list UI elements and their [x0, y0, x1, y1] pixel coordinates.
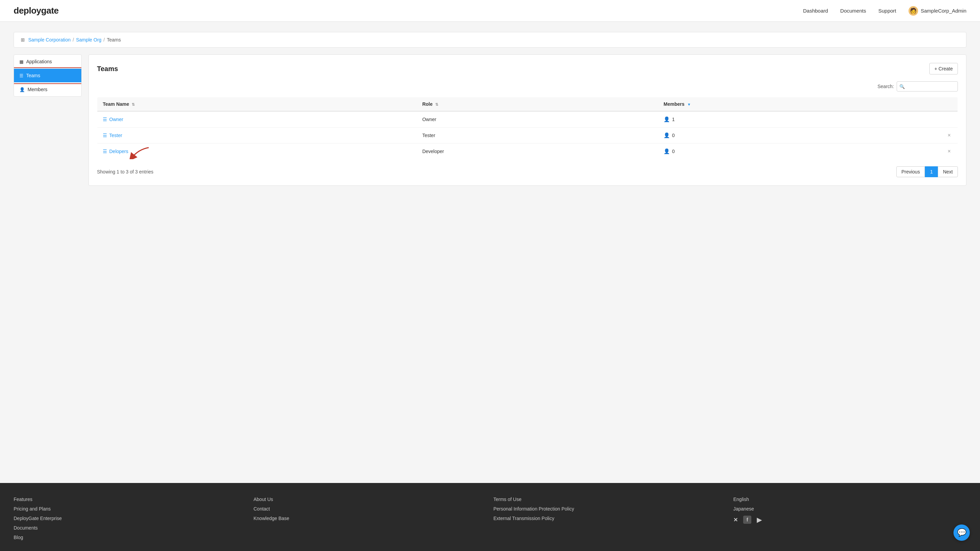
sidebar-item-applications[interactable]: ▦ Applications	[14, 55, 81, 69]
footer-blog[interactable]: Blog	[14, 535, 247, 540]
col-team-name[interactable]: Team Name ⇅	[97, 97, 417, 111]
breadcrumb-current: Teams	[107, 37, 121, 43]
search-label: Search:	[878, 84, 894, 89]
facebook-social-icon[interactable]: f	[743, 516, 751, 524]
sidebar-item-members[interactable]: 👤 Members	[14, 83, 81, 96]
col-team-name-label: Team Name	[103, 102, 129, 107]
role-cell: Developer	[417, 143, 658, 159]
breadcrumb-icon: ⊞	[21, 37, 25, 43]
role-tester-value: Tester	[422, 133, 435, 138]
next-button[interactable]: Next	[938, 166, 958, 177]
create-button[interactable]: + Create	[929, 63, 958, 75]
team-name-cell: ☰ Owner	[97, 111, 417, 127]
page-1-button[interactable]: 1	[925, 166, 938, 177]
team-delopers-name: Delopers	[109, 149, 128, 154]
sidebar-item-teams-label: Teams	[26, 73, 40, 78]
members-person-icon: 👤	[663, 132, 670, 138]
action-cell	[941, 111, 958, 127]
breadcrumb-suborg[interactable]: Sample Org	[76, 37, 102, 43]
breadcrumb-sep1: /	[73, 37, 74, 43]
table-body: ☰ Owner Owner 👤 1	[97, 111, 958, 159]
team-owner-link[interactable]: ☰ Owner	[103, 117, 411, 122]
delete-delopers-button[interactable]: ×	[946, 148, 952, 154]
logo[interactable]: deploygate	[14, 5, 59, 16]
search-input-wrap: 🔍	[897, 81, 958, 92]
team-list-icon: ☰	[103, 117, 107, 122]
col-role[interactable]: Role ⇅	[417, 97, 658, 111]
col-role-label: Role	[422, 102, 433, 107]
footer-knowledge[interactable]: Knowledge Base	[253, 516, 487, 521]
team-name-cell: ☰ Delopers	[97, 143, 417, 159]
members-cell: 👤 0	[658, 143, 941, 159]
pagination-controls: Previous 1 Next	[896, 166, 958, 177]
header: deploygate Dashboard Documents Support 🧑…	[0, 0, 980, 22]
footer-contact[interactable]: Contact	[253, 506, 487, 511]
members-cell: 👤 1	[658, 111, 941, 127]
nav-dashboard[interactable]: Dashboard	[803, 8, 828, 14]
col-actions	[941, 97, 958, 111]
members-icon: 👤	[19, 87, 25, 92]
logo-text: deploy	[14, 5, 41, 16]
footer-terms[interactable]: Terms of Use	[493, 497, 727, 502]
user-menu[interactable]: 🧑 SampleCorp_Admin	[908, 6, 966, 16]
sidebar-menu: ▦ Applications ☰ Teams 👤 Members	[14, 54, 82, 97]
delete-tester-button[interactable]: ×	[946, 132, 952, 138]
team-tester-link[interactable]: ☰ Tester	[103, 133, 411, 138]
sidebar-item-teams[interactable]: ☰ Teams	[14, 69, 81, 83]
previous-button[interactable]: Previous	[896, 166, 925, 177]
user-avatar: 🧑	[908, 6, 918, 16]
team-tester-name: Tester	[109, 133, 122, 138]
members-cell: 👤 0	[658, 127, 941, 143]
youtube-social-icon[interactable]: ▶	[757, 516, 762, 524]
footer-col-3: Terms of Use Personal Information Protec…	[493, 497, 727, 540]
footer-english[interactable]: English	[733, 497, 966, 502]
table-row: ☰ Owner Owner 👤 1	[97, 111, 958, 127]
footer-enterprise[interactable]: DeployGate Enterprise	[14, 516, 247, 521]
breadcrumb: ⊞ Sample Corporation / Sample Org / Team…	[14, 32, 966, 48]
col-role-sort-icon: ⇅	[435, 102, 438, 106]
applications-icon: ▦	[19, 59, 24, 64]
chat-icon: 💬	[957, 528, 966, 537]
col-members-sort-icon: ▼	[687, 102, 691, 106]
chat-button[interactable]: 💬	[953, 524, 970, 541]
footer-about[interactable]: About Us	[253, 497, 487, 502]
team-delopers-link[interactable]: ☰ Delopers	[103, 149, 128, 154]
x-social-icon[interactable]: ✕	[733, 517, 738, 523]
showing-text: Showing 1 to 3 of 3 entries	[97, 169, 153, 175]
action-cell: ×	[941, 127, 958, 143]
red-arrow-annotation	[128, 146, 152, 159]
breadcrumb-org[interactable]: Sample Corporation	[28, 37, 71, 43]
search-area: Search: 🔍	[97, 81, 958, 92]
role-cell: Tester	[417, 127, 658, 143]
table-row: ☰ Tester Tester 👤 0	[97, 127, 958, 143]
teams-icon: ☰	[19, 73, 24, 78]
footer-social: ✕ f ▶	[733, 516, 966, 524]
col-members-label: Members	[663, 102, 684, 107]
nav-support[interactable]: Support	[878, 8, 896, 14]
footer-external[interactable]: External Transmission Policy	[493, 516, 727, 521]
role-cell: Owner	[417, 111, 658, 127]
members-owner-count: 1	[672, 117, 675, 122]
sidebar-item-members-label: Members	[27, 87, 47, 92]
members-person-icon: 👤	[663, 116, 670, 122]
footer-grid: Features Pricing and Plans DeployGate En…	[14, 497, 966, 540]
search-icon: 🔍	[899, 84, 905, 89]
sidebar-item-applications-label: Applications	[26, 59, 52, 64]
footer-features[interactable]: Features	[14, 497, 247, 502]
action-cell: ×	[941, 143, 958, 159]
breadcrumb-sep2: /	[103, 37, 105, 43]
team-list-icon: ☰	[103, 149, 107, 154]
nav-documents[interactable]: Documents	[840, 8, 866, 14]
user-name: SampleCorp_Admin	[921, 8, 966, 14]
footer-pricing[interactable]: Pricing and Plans	[14, 506, 247, 511]
main-panel: Teams + Create Search: 🔍 Team Name ⇅	[89, 54, 966, 186]
col-members[interactable]: Members ▼	[658, 97, 941, 111]
footer-japanese[interactable]: Japanese	[733, 506, 966, 511]
team-owner-name: Owner	[109, 117, 123, 122]
search-input[interactable]	[897, 81, 958, 92]
footer-privacy[interactable]: Personal Information Protection Policy	[493, 506, 727, 511]
role-owner-value: Owner	[422, 117, 436, 122]
footer-col-1: Features Pricing and Plans DeployGate En…	[14, 497, 247, 540]
top-nav: Dashboard Documents Support 🧑 SampleCorp…	[803, 6, 966, 16]
footer-documents[interactable]: Documents	[14, 525, 247, 530]
